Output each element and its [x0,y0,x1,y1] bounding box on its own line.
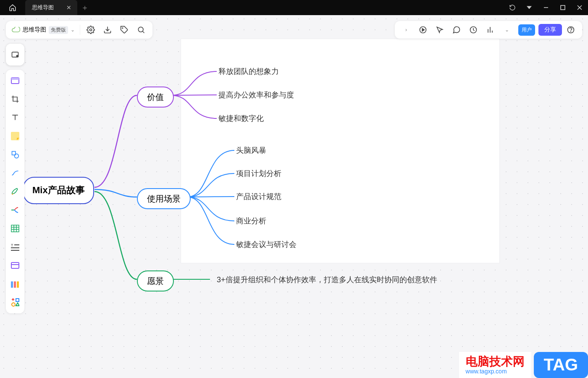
mindmap-node-vision[interactable]: 愿景 [137,270,174,291]
maximize-icon[interactable] [554,0,571,15]
canvas[interactable]: Mix产品故事 价值 使用场景 愿景 释放团队的想象力 提高办公效率和参与度 敏… [0,15,588,378]
user-button[interactable]: 用户 [518,24,535,36]
mindmap-root-node[interactable]: Mix产品故事 [23,177,94,204]
cloud-status[interactable]: 思维导图 免费版 ⌄ [9,26,77,34]
mindmap-leaf[interactable]: 敏捷会议与研讨会 [236,239,297,249]
svg-point-14 [571,32,571,32]
left-sidebar-bottom [6,44,24,368]
chevron-right-icon: › [405,27,407,33]
chevron-down-icon: ⌄ [505,27,509,33]
minimize-icon[interactable] [538,0,554,15]
mindmap-node-scenario[interactable]: 使用场景 [137,188,191,209]
toolbar-right-group: › ⌄ 用户 分享 [395,21,582,39]
svg-rect-1 [561,5,565,10]
close-tab-icon[interactable]: ✕ [65,4,73,11]
layers-tool[interactable] [7,45,24,64]
help-icon [567,26,575,34]
svg-point-5 [122,28,123,29]
play-button[interactable] [415,22,431,38]
home-button[interactable] [0,0,25,15]
svg-point-4 [90,29,92,31]
search-button[interactable] [133,22,149,38]
close-window-icon[interactable] [571,0,588,15]
version-badge: 免费版 [49,26,68,34]
cursor-icon [436,26,444,34]
mindmap-node-value[interactable]: 价值 [137,87,174,108]
mindmap-leaf[interactable]: 释放团队的想象力 [218,66,279,76]
more-button[interactable]: ⌄ [499,22,515,38]
titlebar: 思维导图 ✕ ＋ [0,0,588,15]
watermark-text: 电脑技术网 www.tagxp.com [459,352,531,378]
mindmap-leaf[interactable]: 提高办公效率和参与度 [218,90,294,100]
layers-icon [11,51,19,58]
chart-button[interactable] [482,22,498,38]
chat-icon [452,26,461,34]
expand-button[interactable]: › [398,22,414,38]
svg-line-7 [143,32,144,33]
mindmap-leaf[interactable]: 3+倍提升组织和个体协作效率，打造多人在线实时协同的创意软件 [217,275,437,285]
mindmap-leaf[interactable]: 产品设计规范 [236,192,281,202]
active-tab[interactable]: 思维导图 ✕ [25,0,77,15]
svg-point-6 [138,27,143,32]
share-button[interactable]: 分享 [538,24,562,36]
search-icon [137,26,145,34]
download-icon [103,26,112,34]
mindmap-leaf[interactable]: 项目计划分析 [236,168,281,178]
settings-button[interactable] [83,22,99,38]
history-icon [469,26,478,34]
tab-title: 思维导图 [32,4,54,11]
help-button[interactable] [563,22,579,38]
gear-icon [87,26,95,34]
watermark-tag: TAG [534,352,588,378]
toolbar-left-group: 思维导图 免费版 ⌄ [6,21,152,39]
mindmap-leaf[interactable]: 敏捷和数字化 [218,113,264,123]
tag-button[interactable] [116,22,132,38]
mindmap-leaf[interactable]: 头脑风暴 [236,145,266,155]
home-icon [9,4,16,11]
doc-title: 思维导图 [23,26,46,34]
refresh-icon[interactable] [504,0,521,15]
svg-point-37 [16,55,18,57]
dropdown-icon[interactable] [521,0,538,15]
comment-button[interactable] [449,22,465,38]
chart-icon [486,26,494,34]
cloud-icon [12,27,20,33]
download-button[interactable] [100,22,116,38]
watermark: 电脑技术网 www.tagxp.com TAG [459,352,588,378]
play-icon [419,26,427,34]
cursor-button[interactable] [432,22,448,38]
new-tab-button[interactable]: ＋ [77,3,92,13]
history-button[interactable] [465,22,481,38]
mindmap-leaf[interactable]: 商业分析 [236,216,266,226]
chevron-down-icon[interactable]: ⌄ [71,27,75,33]
tag-icon [120,26,129,34]
